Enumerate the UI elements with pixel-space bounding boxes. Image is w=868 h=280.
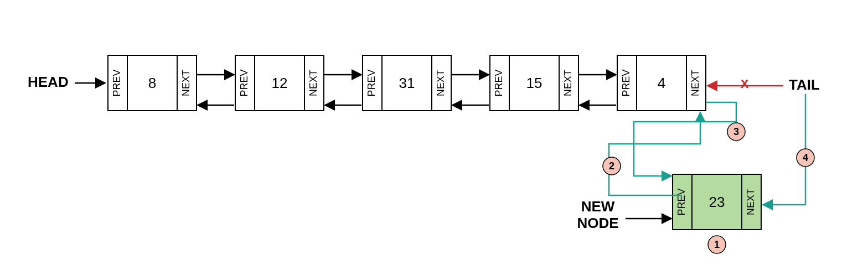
prev-label: PREV	[239, 69, 250, 96]
step-3-num: 3	[733, 126, 739, 137]
step-4-num: 4	[803, 152, 808, 163]
node-1-value: 12	[272, 75, 288, 91]
new-node-label-line1: NEW	[581, 198, 615, 215]
tail-cross-icon: X	[741, 77, 749, 91]
prev-label: PREV	[621, 69, 632, 96]
node-4: PREV 4 NEXT	[617, 55, 706, 111]
node-0-value: 8	[148, 75, 156, 91]
step-3-arrow	[634, 102, 736, 176]
tail-label: TAIL	[789, 76, 820, 93]
prev-label: PREV	[366, 69, 377, 96]
next-label: NEXT	[562, 70, 574, 96]
next-label: NEXT	[435, 70, 446, 96]
node-1: PREV 12 NEXT	[235, 55, 324, 111]
next-label: NEXT	[745, 189, 756, 215]
step-2-badge: 2	[603, 157, 621, 175]
next-label: NEXT	[308, 70, 319, 96]
new-node-value: 23	[709, 194, 725, 210]
head-label: HEAD	[28, 74, 69, 90]
node-4-value: 4	[658, 75, 665, 91]
node-0: PREV 8 NEXT	[108, 55, 197, 111]
node-3: PREV 15 NEXT	[490, 55, 578, 111]
next-label: NEXT	[180, 70, 192, 96]
prev-label: PREV	[111, 69, 122, 96]
next-label: NEXT	[690, 70, 701, 96]
step-4-arrow	[763, 94, 805, 205]
step-3-badge: 3	[727, 123, 745, 141]
step-2-num: 2	[609, 160, 614, 172]
node-2-value: 31	[399, 75, 415, 91]
prev-label: PREV	[676, 188, 687, 215]
node-2: PREV 31 NEXT	[363, 55, 451, 111]
node-3-value: 15	[526, 75, 542, 91]
prev-label: PREV	[493, 69, 504, 96]
new-node-label-line2: NODE	[577, 215, 618, 231]
new-node: PREV 23 NEXT	[673, 174, 761, 230]
step-4-badge: 4	[797, 149, 814, 167]
step-1-num: 1	[714, 239, 720, 250]
step-1-badge: 1	[708, 236, 726, 253]
